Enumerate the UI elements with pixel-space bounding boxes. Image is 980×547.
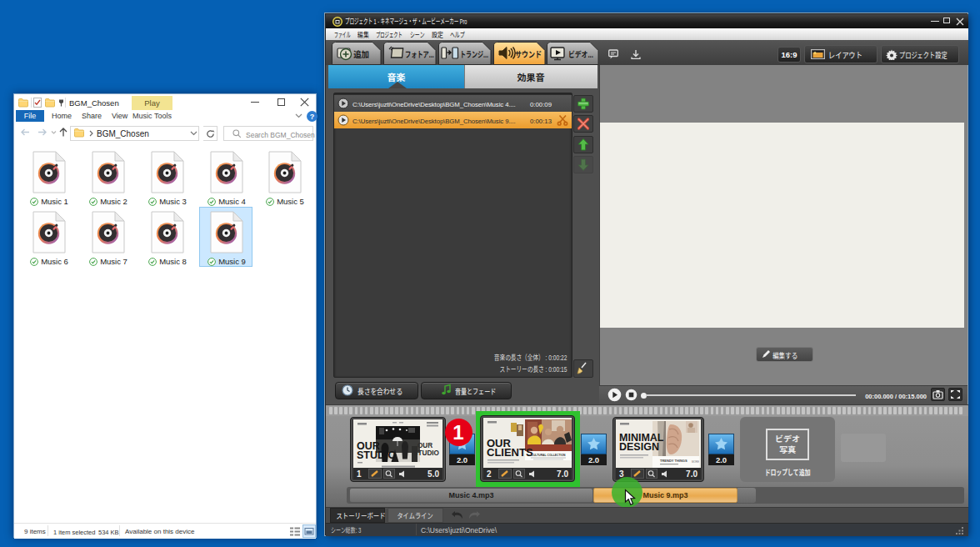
svg-text:STUDIO: STUDIO	[357, 449, 397, 461]
svg-text:STUDIO: STUDIO	[413, 449, 440, 457]
svg-text:CULTURAL COLLECTION: CULTURAL COLLECTION	[531, 454, 566, 457]
svg-text:OUR: OUR	[418, 442, 432, 449]
svg-text:CLIENTS: CLIENTS	[487, 446, 533, 459]
svg-text:TRENDY THINGS: TRENDY THINGS	[660, 459, 688, 463]
svg-text:MORE: MORE	[692, 460, 699, 464]
svg-text:DESIGN: DESIGN	[619, 441, 659, 453]
